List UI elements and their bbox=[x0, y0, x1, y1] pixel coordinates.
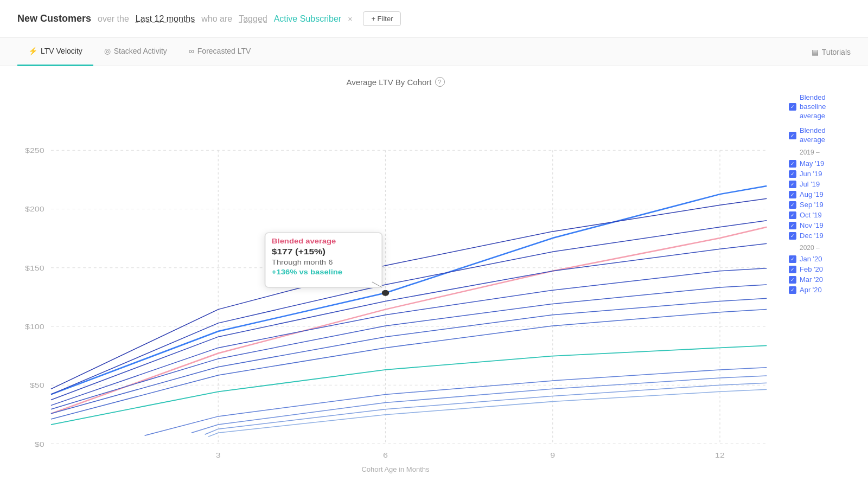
legend-item-jun-19[interactable]: ✓ Jun '19 bbox=[789, 170, 851, 178]
legend-item-may-19[interactable]: ✓ May '19 bbox=[789, 159, 851, 168]
filter-button[interactable]: + Filter bbox=[363, 11, 401, 26]
legend-item-sep-19[interactable]: ✓ Sep '19 bbox=[789, 201, 851, 209]
legend-feb-20-label: Feb '20 bbox=[800, 265, 823, 273]
svg-text:3: 3 bbox=[216, 451, 221, 459]
legend-jul-19-label: Jul '19 bbox=[800, 180, 820, 188]
legend-checkbox-jun-19: ✓ bbox=[789, 170, 796, 178]
svg-text:+136% vs baseline: +136% vs baseline bbox=[272, 268, 343, 275]
tag-value[interactable]: Active Subscriber bbox=[274, 14, 342, 24]
legend-item-feb-20[interactable]: ✓ Feb '20 bbox=[789, 265, 851, 273]
legend-checkbox-dec-19: ✓ bbox=[789, 232, 796, 240]
tagged-label[interactable]: Tagged bbox=[239, 14, 267, 24]
ltv-velocity-icon: ⚡ bbox=[28, 47, 37, 55]
forecasted-ltv-icon: ∞ bbox=[189, 47, 194, 55]
legend-checkbox-nov-19: ✓ bbox=[789, 222, 796, 229]
legend-checkbox-aug-19: ✓ bbox=[789, 191, 796, 198]
legend-oct-19-label: Oct '19 bbox=[800, 211, 822, 219]
svg-text:$250: $250 bbox=[25, 147, 44, 155]
legend-section-2020: 2020 – bbox=[789, 242, 851, 253]
tag-remove-icon[interactable]: × bbox=[348, 15, 352, 23]
svg-text:$200: $200 bbox=[25, 206, 44, 213]
tutorials-button[interactable]: ▤ Tutorials bbox=[812, 48, 851, 56]
legend-may-19-label: May '19 bbox=[800, 159, 824, 168]
svg-text:Through month 6: Through month 6 bbox=[272, 259, 333, 266]
legend-section-2019: 2019 – bbox=[789, 146, 851, 157]
legend-sep-19-label: Sep '19 bbox=[800, 201, 824, 209]
tab-forecasted-ltv[interactable]: ∞ Forecasted LTV bbox=[178, 38, 262, 66]
chart-area: Average LTV By Cohort ? .grid-line { str… bbox=[0, 66, 868, 488]
svg-text:9: 9 bbox=[550, 451, 555, 459]
legend-dec-19-label: Dec '19 bbox=[800, 232, 824, 240]
legend-checkbox-jul-19: ✓ bbox=[789, 181, 796, 188]
legend-checkbox-sep-19: ✓ bbox=[789, 201, 796, 209]
legend-jun-19-label: Jun '19 bbox=[800, 170, 822, 178]
tutorials-icon: ▤ bbox=[812, 48, 819, 56]
legend-item-blended-baseline[interactable]: ✓ Blendedbaselineaverage bbox=[789, 93, 851, 121]
legend-checkbox-blended-baseline: ✓ bbox=[789, 103, 796, 111]
period-label[interactable]: Last 12 months bbox=[136, 14, 195, 24]
chart-container: .grid-line { stroke: #ddd; stroke-width:… bbox=[11, 95, 780, 468]
legend-item-blended-average[interactable]: ✓ Blendedaverage bbox=[789, 126, 851, 145]
tab-stacked-activity[interactable]: ◎ Stacked Activity bbox=[93, 38, 178, 66]
over-the-text: over the bbox=[98, 14, 129, 24]
legend-jan-20-label: Jan '20 bbox=[800, 255, 822, 263]
tutorials-label: Tutorials bbox=[822, 48, 851, 56]
svg-text:$150: $150 bbox=[25, 264, 44, 272]
svg-text:$100: $100 bbox=[25, 323, 44, 330]
chart-main: Average LTV By Cohort ? .grid-line { str… bbox=[11, 77, 780, 477]
svg-text:$50: $50 bbox=[30, 382, 44, 389]
svg-text:$177 (+15%): $177 (+15%) bbox=[272, 248, 326, 256]
new-customers-label: New Customers bbox=[17, 13, 91, 24]
svg-text:12: 12 bbox=[715, 451, 725, 459]
legend-checkbox-blended-average: ✓ bbox=[789, 132, 796, 139]
legend-item-dec-19[interactable]: ✓ Dec '19 bbox=[789, 232, 851, 240]
svg-point-20 bbox=[382, 290, 388, 296]
stacked-activity-icon: ◎ bbox=[104, 47, 111, 55]
tab-ltv-velocity-label: LTV Velocity bbox=[41, 47, 82, 55]
header-bar: New Customers over the Last 12 months wh… bbox=[0, 0, 868, 38]
svg-text:6: 6 bbox=[383, 451, 388, 459]
legend-blended-average-label: Blendedaverage bbox=[800, 126, 826, 145]
legend: ✓ Blendedbaselineaverage ✓ Blendedaverag… bbox=[780, 77, 851, 477]
tabs-bar: ⚡ LTV Velocity ◎ Stacked Activity ∞ Fore… bbox=[0, 38, 868, 66]
legend-checkbox-apr-20: ✓ bbox=[789, 286, 796, 294]
legend-item-mar-20[interactable]: ✓ Mar '20 bbox=[789, 275, 851, 284]
legend-item-oct-19[interactable]: ✓ Oct '19 bbox=[789, 211, 851, 219]
legend-checkbox-feb-20: ✓ bbox=[789, 266, 796, 273]
legend-mar-20-label: Mar '20 bbox=[800, 275, 823, 284]
legend-apr-20-label: Apr '20 bbox=[800, 286, 822, 294]
legend-item-jan-20[interactable]: ✓ Jan '20 bbox=[789, 255, 851, 263]
legend-item-apr-20[interactable]: ✓ Apr '20 bbox=[789, 286, 851, 294]
svg-text:Blended average: Blended average bbox=[272, 237, 336, 245]
legend-checkbox-jan-20: ✓ bbox=[789, 255, 796, 263]
legend-aug-19-label: Aug '19 bbox=[800, 190, 824, 198]
legend-checkbox-oct-19: ✓ bbox=[789, 211, 796, 219]
legend-item-nov-19[interactable]: ✓ Nov '19 bbox=[789, 221, 851, 229]
svg-text:$0: $0 bbox=[35, 440, 44, 448]
chart-svg: .grid-line { stroke: #ddd; stroke-width:… bbox=[11, 95, 780, 468]
tab-forecasted-ltv-label: Forecasted LTV bbox=[197, 47, 251, 55]
tab-ltv-velocity[interactable]: ⚡ LTV Velocity bbox=[17, 38, 93, 66]
tab-stacked-activity-label: Stacked Activity bbox=[114, 47, 167, 55]
chart-title: Average LTV By Cohort ? bbox=[11, 77, 780, 87]
legend-blended-baseline-label: Blendedbaselineaverage bbox=[800, 93, 826, 121]
who-are-text: who are bbox=[201, 14, 232, 24]
legend-item-jul-19[interactable]: ✓ Jul '19 bbox=[789, 180, 851, 188]
legend-item-aug-19[interactable]: ✓ Aug '19 bbox=[789, 190, 851, 198]
chart-help-icon[interactable]: ? bbox=[435, 77, 445, 87]
legend-nov-19-label: Nov '19 bbox=[800, 221, 824, 229]
legend-checkbox-mar-20: ✓ bbox=[789, 276, 796, 284]
legend-checkbox-may-19: ✓ bbox=[789, 160, 796, 168]
